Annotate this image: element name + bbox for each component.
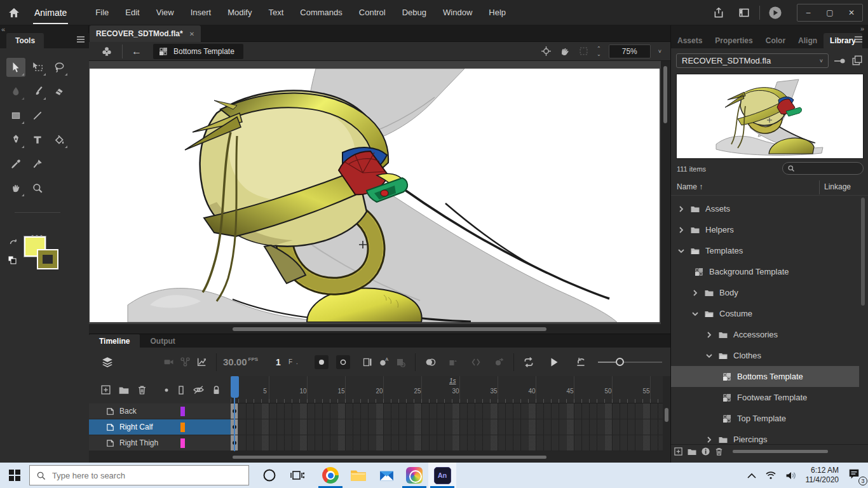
stroke-color-swatch[interactable] [38, 250, 57, 268]
layer-row-right-calf[interactable]: Right Calf [89, 419, 231, 435]
stage-canvas[interactable] [90, 69, 660, 322]
duplicate-frame-icon[interactable] [491, 354, 507, 370]
breadcrumb[interactable]: Bottoms Template [153, 44, 243, 59]
eyedropper-tool[interactable] [6, 154, 25, 173]
hand-tool[interactable] [6, 179, 25, 198]
library-search[interactable] [782, 162, 864, 175]
eraser-tool[interactable] [50, 82, 69, 101]
delete-item-icon[interactable] [714, 447, 724, 456]
tab-align[interactable]: Align [792, 33, 824, 48]
pen-tool[interactable] [6, 130, 25, 149]
maximize-button[interactable]: ▢ [819, 4, 841, 21]
scene-icon[interactable] [97, 43, 117, 60]
menu-text[interactable]: Text [261, 4, 290, 21]
timeline-v-scrollbar[interactable] [663, 376, 670, 451]
tree-item-helpers[interactable]: Helpers [671, 219, 859, 240]
creative-cloud-button[interactable] [400, 463, 428, 488]
menu-modify[interactable]: Modify [220, 4, 259, 21]
layer-parenting-icon[interactable] [177, 354, 193, 370]
zoom-tool[interactable] [28, 179, 47, 198]
outline-column-icon[interactable] [177, 385, 186, 395]
tab-properties[interactable]: Properties [709, 33, 759, 48]
loop-icon[interactable] [520, 354, 537, 370]
remove-frame-icon[interactable] [392, 354, 409, 370]
taskbar-clock[interactable]: 6:12 AM 11/4/2020 [806, 466, 839, 485]
new-folder-icon[interactable] [687, 447, 697, 457]
menu-window[interactable]: Window [436, 4, 479, 21]
camera-icon[interactable] [160, 354, 177, 370]
layer-color-chip[interactable] [180, 423, 185, 432]
hand-pan-icon[interactable] [559, 46, 571, 57]
tree-item-hair[interactable]: Hair [671, 439, 859, 444]
file-explorer-button[interactable] [344, 463, 372, 488]
tab-timeline[interactable]: Timeline [89, 334, 140, 348]
mail-button[interactable] [372, 463, 400, 488]
frame-grid-right-thigh[interactable] [231, 435, 663, 451]
menu-control[interactable]: Control [352, 4, 393, 21]
new-folder-icon[interactable] [118, 384, 130, 396]
pin-library-icon[interactable] [834, 57, 846, 65]
library-scrollbar[interactable] [860, 196, 865, 438]
tree-item-top-template[interactable]: Top Template [671, 408, 859, 429]
column-linkage[interactable]: Linkage [824, 182, 851, 191]
chevron-right-icon[interactable] [676, 204, 686, 214]
lasso-tool[interactable] [50, 58, 69, 77]
tools-panel-tab[interactable]: Tools [6, 33, 44, 48]
center-frame-icon[interactable] [541, 46, 552, 57]
library-scroll-thumb[interactable] [861, 198, 865, 306]
timeline-v-thumb[interactable] [665, 408, 668, 422]
insert-frame-icon[interactable] [359, 354, 376, 370]
fps-value[interactable]: 30.00 [223, 356, 247, 367]
zoom-stepper[interactable]: ⌃⌃ [597, 46, 601, 56]
column-name[interactable]: Name ↑ [677, 182, 703, 191]
tree-item-clothes[interactable]: Clothes [671, 345, 859, 366]
document-tab[interactable]: RECOVER_SDTMod.fla* ✕ [90, 25, 201, 42]
timeline-h-thumb[interactable] [233, 456, 546, 459]
tools-menu-icon[interactable] [76, 36, 85, 43]
play-button[interactable] [546, 354, 562, 370]
onion-outline-button[interactable] [336, 355, 350, 369]
default-colors-icon[interactable] [8, 255, 17, 264]
highlight-column-icon[interactable] [163, 387, 170, 393]
chevron-down-icon[interactable] [704, 351, 714, 361]
collapse-panel-icon[interactable]: » [860, 25, 864, 32]
menu-file[interactable]: File [88, 4, 116, 21]
motion-editor-icon[interactable] [193, 354, 210, 370]
current-frame[interactable]: 1 [276, 357, 281, 367]
clip-content-icon[interactable] [578, 46, 589, 57]
zoom-level-input[interactable]: 75% [609, 44, 651, 58]
chrome-button[interactable] [316, 463, 344, 488]
stage-vertical-scrollbar[interactable] [661, 61, 670, 334]
taskbar-search[interactable] [29, 465, 249, 485]
auto-keyframe-icon[interactable]: A [376, 354, 392, 370]
stage-v-thumb[interactable] [663, 66, 667, 123]
properties-icon[interactable] [701, 447, 710, 456]
layer-row-right-thigh[interactable]: Right Thigh [89, 435, 231, 451]
chevron-right-icon[interactable] [676, 225, 686, 235]
chevron-down-icon[interactable] [676, 246, 686, 256]
swap-colors-icon[interactable] [9, 238, 19, 248]
layer-color-chip[interactable] [180, 438, 185, 448]
volume-icon[interactable] [785, 471, 797, 480]
panel-menu-icon[interactable] [854, 36, 863, 43]
stage-horizontal-scrollbar[interactable] [89, 324, 661, 334]
fluid-brush-tool[interactable] [6, 82, 25, 101]
minimize-button[interactable]: – [797, 4, 819, 21]
menu-commands[interactable]: Commands [293, 4, 349, 21]
menu-insert[interactable]: Insert [184, 4, 219, 21]
line-tool[interactable] [28, 106, 47, 125]
paint-bucket-tool[interactable] [50, 130, 69, 149]
tree-item-background-template[interactable]: Background Template [671, 261, 859, 282]
tree-item-body[interactable]: Body [671, 282, 859, 303]
menu-edit[interactable]: Edit [118, 4, 146, 21]
rectangle-tool[interactable] [6, 106, 25, 125]
layer-row-back[interactable]: Back [89, 403, 231, 419]
tree-item-footwear-template[interactable]: Footwear Template [671, 387, 859, 408]
back-arrow-icon[interactable]: ← [126, 43, 147, 60]
frame-grid-back[interactable] [231, 403, 663, 419]
tree-item-costume[interactable]: Costume [671, 303, 859, 324]
text-tool[interactable] [28, 130, 47, 149]
chevron-right-icon[interactable] [690, 288, 700, 298]
new-library-panel-icon[interactable] [851, 55, 863, 66]
start-button[interactable] [0, 463, 29, 488]
